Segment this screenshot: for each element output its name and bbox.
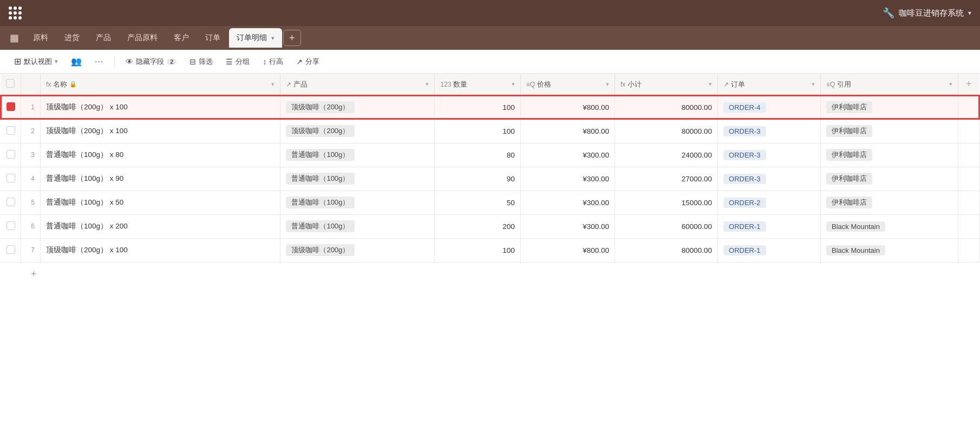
th-subtotal-arrow[interactable]: ▾ (709, 81, 712, 88)
row-product[interactable]: 普通咖啡（100g） (280, 143, 435, 167)
row-subtotal[interactable]: 24000.00 (615, 143, 718, 167)
th-subtotal[interactable]: fx 小计 ▾ (615, 74, 718, 95)
table-row[interactable]: 3普通咖啡（100g） x 80普通咖啡（100g）80¥300.0024000… (1, 143, 979, 167)
th-ref-arrow[interactable]: ▾ (949, 81, 952, 88)
row-order[interactable]: ORDER-3 (718, 143, 821, 167)
tab-dropdown-arrow[interactable]: ▾ (271, 35, 275, 42)
row-quantity[interactable]: 100 (435, 119, 520, 143)
row-order[interactable]: ORDER-2 (718, 191, 821, 214)
nav-tab-products[interactable]: 产品 (88, 28, 119, 48)
th-ref[interactable]: ≡Q 引用 ▾ (821, 74, 958, 95)
row-quantity[interactable]: 90 (435, 167, 520, 191)
th-product-arrow[interactable]: ▾ (426, 81, 429, 88)
row-product[interactable]: 顶级咖啡（200g） (280, 95, 435, 119)
row-subtotal[interactable]: 15000.00 (615, 191, 718, 214)
row-price[interactable]: ¥300.00 (520, 191, 615, 214)
row-subtotal[interactable]: 80000.00 (615, 238, 718, 262)
row-ref[interactable]: Black Mountain (821, 238, 958, 262)
row-name[interactable]: 普通咖啡（100g） x 200 (41, 214, 280, 238)
more-button[interactable]: ··· (89, 54, 109, 69)
group-button[interactable]: ☰ 分组 (220, 54, 255, 69)
th-price[interactable]: ≡Q 价格 ▾ (520, 74, 615, 95)
th-order-arrow[interactable]: ▾ (812, 81, 815, 88)
nav-tab-orders[interactable]: 订单 (198, 28, 228, 48)
row-price[interactable]: ¥800.00 (520, 238, 615, 262)
row-checkbox[interactable] (6, 102, 15, 111)
row-subtotal[interactable]: 60000.00 (615, 214, 718, 238)
nav-tab-product-materials[interactable]: 产品原料 (120, 28, 165, 48)
row-name[interactable]: 普通咖啡（100g） x 90 (41, 167, 280, 191)
nav-tab-customers[interactable]: 客户 (166, 28, 197, 48)
row-product[interactable]: 普通咖啡（100g） (280, 167, 435, 191)
row-quantity[interactable]: 100 (435, 238, 520, 262)
table-row[interactable]: 2顶级咖啡（200g） x 100顶级咖啡（200g）100¥800.00800… (1, 119, 979, 143)
row-name[interactable]: 顶级咖啡（200g） x 100 (41, 95, 280, 119)
th-price-arrow[interactable]: ▾ (606, 81, 609, 88)
row-checkbox[interactable] (6, 221, 15, 230)
row-subtotal[interactable]: 80000.00 (615, 95, 718, 119)
th-order[interactable]: ↗ 订单 ▾ (718, 74, 821, 95)
row-checkbox[interactable] (6, 174, 15, 182)
th-name[interactable]: fx 名称 🔒 ▾ (41, 74, 280, 95)
row-checkbox[interactable] (6, 198, 15, 206)
row-order[interactable]: ORDER-1 (718, 214, 821, 238)
th-add-column[interactable]: + (958, 74, 979, 95)
nav-tab-inbound[interactable]: 进货 (57, 28, 87, 48)
row-order[interactable]: ORDER-3 (718, 119, 821, 143)
row-name[interactable]: 普通咖啡（100g） x 50 (41, 191, 280, 214)
table-row[interactable]: 4普通咖啡（100g） x 90普通咖啡（100g）90¥300.0027000… (1, 167, 979, 191)
th-checkbox[interactable] (1, 74, 21, 95)
row-price[interactable]: ¥300.00 (520, 214, 615, 238)
row-ref[interactable]: 伊利咖啡店 (821, 191, 958, 214)
row-order[interactable]: ORDER-4 (718, 95, 821, 119)
row-price[interactable]: ¥800.00 (520, 95, 615, 119)
row-subtotal[interactable]: 80000.00 (615, 119, 718, 143)
th-name-arrow[interactable]: ▾ (271, 81, 275, 88)
row-quantity[interactable]: 50 (435, 191, 520, 214)
row-price[interactable]: ¥300.00 (520, 143, 615, 167)
row-quantity[interactable]: 200 (435, 214, 520, 238)
row-product[interactable]: 顶级咖啡（200g） (280, 238, 435, 262)
row-checkbox[interactable] (6, 150, 15, 159)
app-title-area[interactable]: 🔧 咖啡豆进销存系统 ▾ (883, 7, 971, 19)
table-row[interactable]: 1顶级咖啡（200g） x 100顶级咖啡（200g）100¥800.00800… (1, 95, 979, 119)
nav-grid-icon[interactable]: ▦ (4, 29, 24, 47)
th-quantity-arrow[interactable]: ▾ (512, 81, 515, 88)
hide-fields-button[interactable]: 👁 隐藏字段 2 (120, 54, 182, 69)
th-product[interactable]: ↗ 产品 ▾ (280, 74, 435, 95)
row-price[interactable]: ¥800.00 (520, 119, 615, 143)
row-checkbox[interactable] (6, 245, 15, 254)
row-ref[interactable]: 伊利咖啡店 (821, 95, 958, 119)
row-height-button[interactable]: ↕ 行高 (257, 54, 289, 69)
table-row[interactable]: 7顶级咖啡（200g） x 100顶级咖啡（200g）100¥800.00800… (1, 238, 979, 262)
th-quantity[interactable]: 123 数量 ▾ (435, 74, 520, 95)
table-row[interactable]: 5普通咖啡（100g） x 50普通咖啡（100g）50¥300.0015000… (1, 191, 979, 214)
add-row-cell[interactable]: + (1, 262, 958, 286)
row-checkbox[interactable] (6, 126, 15, 135)
nav-tab-order-details[interactable]: 订单明细 ▾ (229, 28, 282, 48)
add-row[interactable]: + (1, 262, 979, 286)
row-ref[interactable]: Black Mountain (821, 214, 958, 238)
row-product[interactable]: 普通咖啡（100g） (280, 191, 435, 214)
row-name[interactable]: 顶级咖啡（200g） x 100 (41, 238, 280, 262)
users-button[interactable]: 👥 (66, 54, 87, 69)
row-product[interactable]: 顶级咖啡（200g） (280, 119, 435, 143)
row-order[interactable]: ORDER-3 (718, 167, 821, 191)
row-quantity[interactable]: 80 (435, 143, 520, 167)
row-product[interactable]: 普通咖啡（100g） (280, 214, 435, 238)
nav-tab-add[interactable]: + (283, 30, 301, 46)
row-ref[interactable]: 伊利咖啡店 (821, 119, 958, 143)
select-all-checkbox[interactable] (6, 79, 15, 88)
share-button[interactable]: ↗ 分享 (291, 54, 325, 69)
row-price[interactable]: ¥300.00 (520, 167, 615, 191)
row-subtotal[interactable]: 27000.00 (615, 167, 718, 191)
row-ref[interactable]: 伊利咖啡店 (821, 167, 958, 191)
row-ref[interactable]: 伊利咖啡店 (821, 143, 958, 167)
nav-tab-materials[interactable]: 原料 (25, 28, 56, 48)
row-name[interactable]: 顶级咖啡（200g） x 100 (41, 119, 280, 143)
table-row[interactable]: 6普通咖啡（100g） x 200普通咖啡（100g）200¥300.00600… (1, 214, 979, 238)
filter-button[interactable]: ⊟ 筛选 (184, 54, 218, 69)
app-dropdown-arrow[interactable]: ▾ (968, 9, 971, 17)
app-grid-icon[interactable] (9, 6, 22, 19)
row-order[interactable]: ORDER-1 (718, 238, 821, 262)
